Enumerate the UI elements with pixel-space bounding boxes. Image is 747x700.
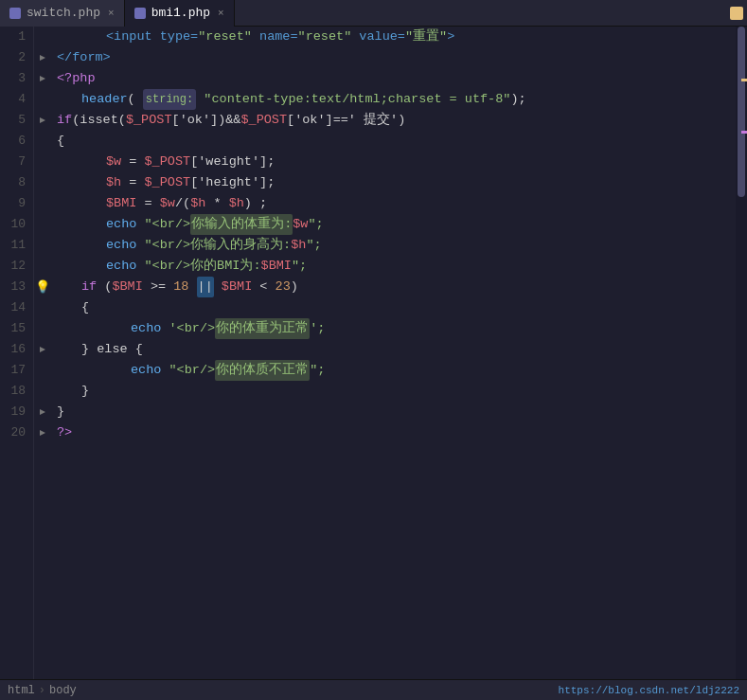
code-line-17: echo "<br/>你的体质不正常"; [57, 360, 736, 381]
code-line-11: echo "<br/>你输入的身高为:$h"; [57, 235, 736, 256]
indicator-square [730, 7, 743, 20]
code-area[interactable]: <input type="reset" name="reset" value="… [51, 27, 736, 679]
code-line-14: { [57, 297, 736, 318]
tab-switch-label: switch.php [27, 6, 100, 20]
code-line-8: $h = $_POST['height']; [57, 172, 736, 193]
php-icon [9, 8, 21, 19]
tab-switch[interactable]: switch.php × [0, 0, 125, 27]
editor-area: 1234567891011121314151617181920 💡 <input… [0, 27, 747, 679]
code-line-1: <input type="reset" name="reset" value="… [57, 27, 736, 47]
code-line-9: $BMI = $w/($h * $h) ; [57, 193, 736, 214]
line-numbers: 1234567891011121314151617181920 [0, 27, 34, 679]
code-line-18: } [57, 381, 736, 402]
tab-bmi1-label: bmi1.php [151, 6, 210, 20]
breadcrumb-bar: html › body https://blog.csdn.net/ldj222… [0, 679, 747, 700]
scrollbar-thumb[interactable] [738, 27, 745, 197]
svg-marker-0 [40, 55, 45, 61]
code-line-20: ?> [57, 422, 736, 443]
svg-marker-3 [40, 347, 45, 352]
code-line-5: if(isset($_POST['ok'])&&$_POST['ok']==' … [57, 110, 736, 131]
code-line-12: echo "<br/>你的BMI为:$BMI"; [57, 256, 736, 277]
breadcrumb-html: html [8, 684, 35, 697]
scrollbar-marker-1 [741, 79, 747, 81]
scrollbar-marker-2 [741, 131, 747, 134]
code-line-2: </form> [57, 47, 736, 68]
tab-bar: switch.php × bmi1.php × [0, 0, 747, 27]
code-line-19: } [57, 402, 736, 422]
svg-marker-5 [40, 430, 45, 436]
code-line-10: echo "<br/>你输入的体重为:$w"; [57, 214, 736, 235]
code-line-6: { [57, 131, 736, 152]
breadcrumb-body: body [49, 684, 77, 697]
code-line-7: $w = $_POST['weight']; [57, 152, 736, 172]
php-icon-2 [134, 8, 146, 19]
tab-bmi1-close[interactable]: × [218, 8, 224, 19]
code-line-4: header( string: "content-type:text/html;… [57, 89, 736, 110]
tab-switch-close[interactable]: × [108, 8, 115, 19]
breadcrumb-sep: › [39, 684, 45, 697]
code-line-15: echo '<br/>你的体重为正常'; [57, 318, 736, 339]
tab-bmi1[interactable]: bmi1.php × [125, 0, 235, 27]
svg-marker-2 [40, 117, 45, 123]
code-line-16: } else { [57, 339, 736, 360]
svg-marker-1 [40, 76, 45, 81]
code-line-3: <?php [57, 68, 736, 89]
svg-marker-4 [40, 409, 45, 415]
code-line-13: if ($BMI >= 18 || $BMI < 23) [57, 277, 736, 297]
scrollbar[interactable] [736, 27, 747, 679]
gutter: 💡 [34, 27, 51, 679]
status-url: https://blog.csdn.net/ldj2222 [559, 685, 739, 696]
